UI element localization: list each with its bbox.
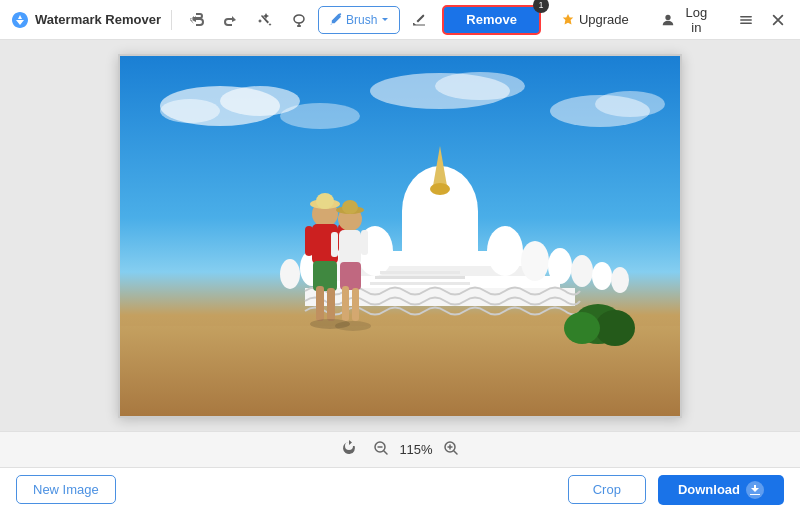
lasso-button[interactable] bbox=[284, 6, 314, 34]
undo-button[interactable] bbox=[182, 6, 212, 34]
remove-label: Remove bbox=[466, 12, 517, 27]
rotate-icon bbox=[341, 440, 357, 456]
svg-point-61 bbox=[335, 321, 371, 331]
svg-point-13 bbox=[435, 72, 525, 100]
zoom-control: 115% bbox=[373, 440, 458, 459]
brush-button[interactable]: Brush bbox=[318, 6, 400, 34]
download-label: Download bbox=[678, 482, 740, 497]
svg-rect-56 bbox=[342, 286, 349, 321]
svg-rect-46 bbox=[313, 261, 337, 291]
svg-rect-54 bbox=[339, 230, 361, 265]
app-title: Watermark Remover bbox=[35, 12, 161, 27]
svg-rect-7 bbox=[740, 22, 752, 24]
header-divider bbox=[171, 10, 172, 30]
app-header: Watermark Remover bbox=[0, 0, 800, 40]
status-bar: 115% bbox=[0, 431, 800, 467]
svg-line-68 bbox=[454, 451, 457, 454]
svg-rect-59 bbox=[361, 230, 368, 255]
redo-icon bbox=[223, 12, 239, 28]
svg-point-44 bbox=[316, 193, 334, 209]
menu-button[interactable] bbox=[734, 8, 758, 32]
main-canvas-area bbox=[0, 40, 800, 431]
rotate-button[interactable] bbox=[341, 440, 357, 459]
eraser-button[interactable] bbox=[404, 6, 434, 34]
login-label: Log in bbox=[679, 5, 714, 35]
svg-point-15 bbox=[595, 91, 665, 117]
new-image-button[interactable]: New Image bbox=[16, 475, 116, 504]
image-container bbox=[118, 54, 682, 418]
zoom-out-button[interactable] bbox=[373, 440, 389, 459]
download-icon bbox=[749, 484, 761, 496]
magic-wand-button[interactable] bbox=[250, 6, 280, 34]
menu-icon bbox=[738, 12, 754, 28]
svg-rect-58 bbox=[331, 232, 338, 257]
user-icon bbox=[661, 13, 675, 27]
zoom-in-button[interactable] bbox=[443, 440, 459, 459]
svg-point-31 bbox=[521, 241, 549, 281]
svg-point-21 bbox=[430, 183, 450, 195]
brush-icon bbox=[329, 13, 342, 26]
upgrade-icon bbox=[561, 13, 575, 27]
upgrade-label: Upgrade bbox=[579, 12, 629, 27]
svg-rect-6 bbox=[740, 19, 752, 21]
app-logo-icon bbox=[10, 10, 30, 30]
svg-point-11 bbox=[160, 99, 220, 123]
svg-point-16 bbox=[280, 103, 360, 129]
crop-button[interactable]: Crop bbox=[568, 475, 646, 504]
toolbar: Brush Remove 1 bbox=[182, 5, 541, 35]
svg-rect-57 bbox=[352, 288, 359, 321]
svg-rect-48 bbox=[327, 288, 335, 321]
svg-point-35 bbox=[611, 267, 629, 293]
upgrade-button[interactable]: Upgrade bbox=[549, 8, 641, 31]
svg-point-30 bbox=[487, 226, 523, 276]
zoom-in-icon bbox=[443, 440, 459, 456]
zoom-level: 115% bbox=[399, 442, 432, 457]
action-bar: New Image Crop Download bbox=[0, 467, 800, 511]
download-button[interactable]: Download bbox=[658, 475, 784, 505]
magic-wand-icon bbox=[257, 12, 273, 28]
zoom-out-icon bbox=[373, 440, 389, 456]
lasso-icon bbox=[291, 12, 307, 28]
svg-point-41 bbox=[564, 312, 600, 344]
scene-svg bbox=[120, 56, 680, 416]
close-icon bbox=[771, 13, 785, 27]
svg-point-34 bbox=[592, 262, 612, 290]
svg-point-40 bbox=[595, 310, 635, 346]
svg-point-53 bbox=[342, 200, 358, 214]
app-logo: Watermark Remover bbox=[10, 10, 161, 30]
svg-point-4 bbox=[665, 14, 670, 19]
close-button[interactable] bbox=[766, 8, 790, 32]
action-right: Crop Download bbox=[568, 475, 784, 505]
header-right: Upgrade Log in bbox=[549, 1, 790, 39]
svg-rect-36 bbox=[380, 271, 460, 274]
svg-point-33 bbox=[571, 255, 593, 287]
brush-chevron-icon bbox=[381, 16, 389, 24]
svg-rect-49 bbox=[305, 226, 313, 256]
photo-scene bbox=[120, 56, 680, 416]
remove-button[interactable]: Remove bbox=[442, 5, 541, 35]
svg-line-64 bbox=[384, 451, 387, 454]
redo-button[interactable] bbox=[216, 6, 246, 34]
download-icon-wrap bbox=[746, 481, 764, 499]
eraser-icon bbox=[411, 12, 427, 28]
svg-rect-47 bbox=[316, 286, 324, 321]
svg-point-32 bbox=[548, 248, 572, 284]
svg-rect-38 bbox=[370, 282, 470, 285]
svg-rect-5 bbox=[740, 16, 752, 18]
svg-point-0 bbox=[294, 15, 304, 23]
svg-rect-37 bbox=[375, 276, 465, 279]
new-image-label: New Image bbox=[33, 482, 99, 497]
login-button[interactable]: Log in bbox=[649, 1, 726, 39]
remove-badge: 1 bbox=[533, 0, 549, 13]
undo-icon bbox=[189, 12, 205, 28]
crop-label: Crop bbox=[593, 482, 621, 497]
remove-button-wrap: Remove 1 bbox=[442, 5, 541, 35]
brush-label: Brush bbox=[346, 13, 377, 27]
svg-point-29 bbox=[280, 259, 300, 289]
svg-rect-55 bbox=[340, 262, 361, 290]
